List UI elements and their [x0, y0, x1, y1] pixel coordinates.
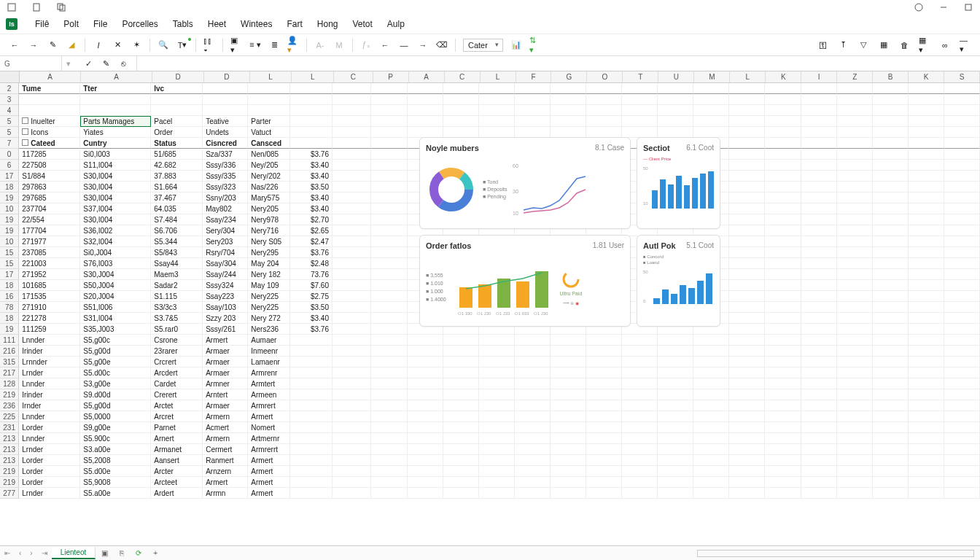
cell[interactable]	[765, 335, 801, 346]
cell[interactable]	[909, 335, 944, 346]
cell[interactable]	[729, 94, 765, 105]
cell[interactable]	[515, 116, 551, 127]
cell[interactable]	[371, 302, 407, 313]
cell[interactable]	[586, 378, 622, 389]
cell[interactable]	[658, 346, 693, 357]
cell[interactable]: Cuntry	[80, 138, 151, 149]
cell[interactable]	[837, 225, 873, 236]
cell[interactable]	[801, 160, 837, 171]
cell[interactable]	[765, 389, 801, 400]
cell[interactable]	[801, 258, 837, 269]
cell[interactable]	[408, 105, 443, 116]
cell[interactable]	[290, 357, 332, 368]
cell[interactable]	[479, 378, 515, 389]
cell[interactable]	[443, 378, 479, 389]
cell[interactable]	[801, 302, 837, 313]
cell[interactable]: May802	[203, 203, 248, 214]
cell[interactable]: Szzy 203	[203, 313, 248, 324]
cell[interactable]	[586, 455, 622, 466]
cell[interactable]	[371, 149, 407, 160]
cell[interactable]	[765, 214, 801, 225]
cell[interactable]	[443, 400, 479, 411]
cell[interactable]: S1/884	[19, 171, 80, 182]
cell[interactable]	[837, 291, 873, 302]
cell[interactable]	[909, 411, 944, 422]
cell[interactable]: Arctet	[151, 400, 203, 411]
cell[interactable]	[944, 422, 980, 433]
arrow-left-icon[interactable]: ←	[379, 39, 391, 51]
row-header[interactable]: 5	[0, 116, 19, 127]
cell[interactable]	[944, 466, 980, 477]
cell[interactable]: Armanet	[151, 444, 203, 455]
cell[interactable]	[408, 127, 443, 138]
cell[interactable]	[801, 247, 837, 258]
cell[interactable]	[332, 291, 371, 302]
cell[interactable]	[332, 105, 371, 116]
cell[interactable]	[551, 455, 586, 466]
cell[interactable]	[944, 455, 980, 466]
cell[interactable]: Artmernr	[248, 433, 290, 444]
cell[interactable]	[332, 138, 371, 149]
cell[interactable]	[658, 83, 693, 94]
cell[interactable]	[332, 488, 371, 499]
cell[interactable]	[586, 466, 622, 477]
chart-icon[interactable]: 📊	[510, 39, 522, 51]
col-header[interactable]: S	[944, 71, 980, 82]
cell[interactable]	[909, 182, 944, 192]
cell[interactable]	[515, 368, 551, 378]
cell[interactable]	[515, 477, 551, 488]
cell[interactable]	[332, 269, 371, 280]
cell[interactable]: Arnert	[151, 433, 203, 444]
cell[interactable]	[765, 280, 801, 291]
cell[interactable]	[801, 203, 837, 214]
cell[interactable]	[944, 182, 980, 192]
cell[interactable]	[729, 138, 765, 149]
cell[interactable]: Ssay/103	[203, 302, 248, 313]
more-icon[interactable]: — ▾	[960, 39, 971, 51]
cell[interactable]: S11,I004	[80, 160, 151, 171]
cell[interactable]	[479, 466, 515, 477]
cell[interactable]	[332, 444, 371, 455]
user-icon[interactable]	[913, 1, 925, 13]
cell[interactable]: Inmeenr	[248, 346, 290, 357]
cell[interactable]	[765, 127, 801, 138]
cell[interactable]	[658, 400, 693, 411]
cell[interactable]: Cermert	[203, 444, 248, 455]
cell[interactable]	[909, 433, 944, 444]
cell[interactable]: Armert	[248, 477, 290, 488]
cell[interactable]	[290, 335, 332, 346]
cell[interactable]: S32,I004	[80, 236, 151, 247]
cell[interactable]	[203, 94, 248, 105]
cell[interactable]: Armert	[248, 488, 290, 499]
cell[interactable]	[658, 477, 693, 488]
cell[interactable]	[371, 346, 407, 357]
cell[interactable]: S1.664	[151, 182, 203, 192]
row-header[interactable]: 219	[0, 466, 19, 477]
cell[interactable]	[944, 105, 980, 116]
cell[interactable]	[290, 433, 332, 444]
cell[interactable]	[801, 214, 837, 225]
cell[interactable]	[837, 313, 873, 324]
cell[interactable]	[290, 455, 332, 466]
cell[interactable]	[873, 225, 909, 236]
cell[interactable]	[622, 127, 658, 138]
cell[interactable]: Armaer	[203, 400, 248, 411]
cell[interactable]	[443, 357, 479, 368]
cell[interactable]	[658, 105, 693, 116]
cell[interactable]	[408, 411, 443, 422]
cell[interactable]	[909, 302, 944, 313]
cell[interactable]: Rsry/704	[203, 247, 248, 258]
row-header[interactable]: 18	[0, 182, 19, 192]
cell[interactable]	[801, 280, 837, 291]
cell[interactable]	[371, 422, 407, 433]
cell[interactable]	[479, 346, 515, 357]
cell[interactable]: Order	[151, 127, 203, 138]
cell[interactable]	[944, 313, 980, 324]
cell[interactable]	[332, 149, 371, 160]
cell[interactable]	[873, 192, 909, 203]
cell[interactable]	[19, 105, 80, 116]
cell[interactable]	[658, 444, 693, 455]
cell[interactable]: 42.682	[151, 160, 203, 171]
cell[interactable]	[765, 302, 801, 313]
cell[interactable]	[909, 138, 944, 149]
